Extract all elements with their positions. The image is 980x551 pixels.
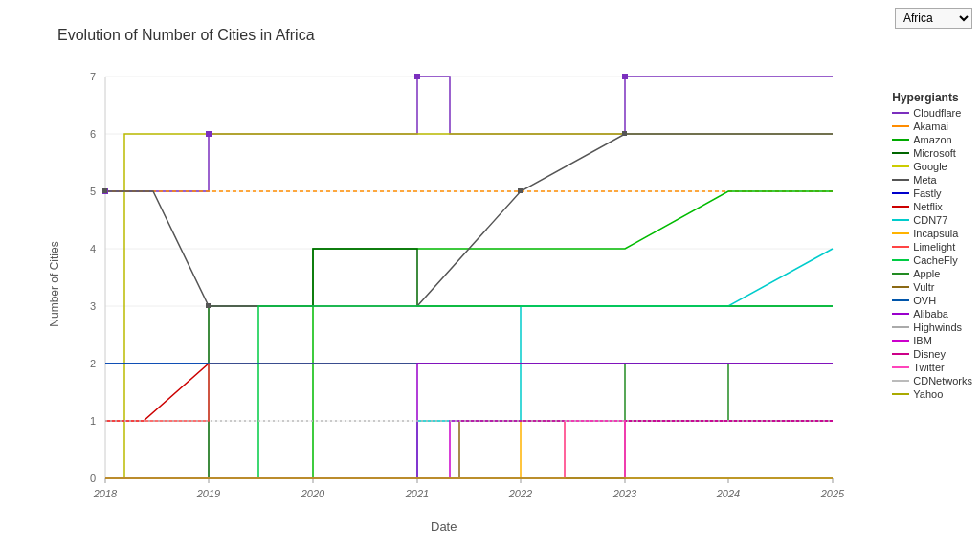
svg-text:2024: 2024: [716, 488, 740, 499]
legend-label-vultr: Vultr: [913, 281, 934, 293]
legend-label-cachefly: CacheFly: [913, 254, 957, 266]
svg-text:7: 7: [90, 71, 96, 82]
legend-color-netflix: [892, 206, 909, 208]
svg-rect-40: [622, 131, 627, 136]
legend-color-yahoo: [892, 393, 909, 395]
legend-color-disney: [892, 353, 909, 355]
legend-color-meta: [892, 179, 909, 181]
legend-color-vultr: [892, 286, 909, 288]
legend-label-alibaba: Alibaba: [913, 308, 948, 320]
legend-item-disney[interactable]: Disney: [892, 348, 972, 360]
svg-text:2018: 2018: [93, 488, 118, 499]
legend-label-cdnetworks: CDNetworks: [913, 375, 972, 386]
legend-item-amazon[interactable]: Amazon: [892, 134, 972, 145]
legend-color-cdn77: [892, 219, 909, 221]
legend-color-ibm: [892, 340, 909, 342]
legend-label-netflix: Netflix: [913, 201, 943, 212]
legend-item-apple[interactable]: Apple: [892, 268, 972, 279]
legend-item-incapsula[interactable]: Incapsula: [892, 228, 972, 239]
chart-title: Evolution of Number of Cities in Africa: [57, 27, 315, 44]
legend-item-ibm[interactable]: IBM: [892, 335, 972, 346]
legend-label-ovh: OVH: [913, 295, 936, 306]
disney-line: [105, 421, 833, 478]
legend-item-akamai[interactable]: Akamai: [892, 121, 972, 132]
legend-label-cloudflare: Cloudflare: [913, 107, 961, 119]
legend-color-limelight: [892, 246, 909, 248]
legend-item-meta[interactable]: Meta: [892, 174, 972, 186]
svg-rect-36: [622, 74, 628, 79]
svg-rect-39: [518, 188, 523, 193]
cachefly-line: [105, 306, 833, 478]
legend-color-alibaba: [892, 313, 909, 315]
legend-item-google[interactable]: Google: [892, 161, 972, 172]
limelight-line: [105, 364, 833, 421]
legend-label-google: Google: [913, 161, 947, 172]
legend-item-cloudflare[interactable]: Cloudflare: [892, 107, 972, 119]
svg-text:1: 1: [90, 415, 96, 427]
svg-text:3: 3: [90, 300, 96, 312]
legend-item-cachefly[interactable]: CacheFly: [892, 254, 972, 266]
svg-rect-37: [102, 188, 107, 193]
legend-color-amazon: [892, 139, 909, 141]
legend-item-highwinds[interactable]: Highwinds: [892, 321, 972, 333]
legend-color-cdnetworks: [892, 380, 909, 382]
svg-text:2019: 2019: [196, 488, 220, 499]
legend-label-akamai: Akamai: [913, 121, 948, 132]
legend-color-highwinds: [892, 326, 909, 328]
legend-item-fastly[interactable]: Fastly: [892, 187, 972, 199]
svg-rect-34: [206, 131, 212, 137]
chart-container: Africa Europe Asia Americas Evolution of…: [0, 0, 980, 551]
legend-item-cdn77[interactable]: CDN77: [892, 214, 972, 226]
svg-text:2020: 2020: [301, 488, 325, 499]
legend-item-vultr[interactable]: Vultr: [892, 281, 972, 293]
dropdown-container[interactable]: Africa Europe Asia Americas: [895, 8, 972, 29]
legend-color-twitter: [892, 366, 909, 368]
meta-line: [105, 134, 833, 306]
svg-text:5: 5: [90, 186, 96, 197]
legend-item-yahoo[interactable]: Yahoo: [892, 388, 972, 400]
legend-label-meta: Meta: [913, 174, 936, 186]
legend-color-fastly: [892, 192, 909, 194]
legend-item-microsoft[interactable]: Microsoft: [892, 147, 972, 159]
legend-color-cloudflare: [892, 112, 909, 114]
svg-text:2025: 2025: [820, 488, 845, 499]
main-chart: .axis-line { stroke: #ccc; stroke-width:…: [48, 57, 871, 517]
legend-item-alibaba[interactable]: Alibaba: [892, 308, 972, 320]
legend-title: Hypergiants: [892, 91, 972, 104]
legend-label-apple: Apple: [913, 268, 940, 279]
legend: Hypergiants CloudflareAkamaiAmazonMicros…: [892, 91, 972, 402]
svg-rect-38: [206, 303, 211, 308]
legend-label-microsoft: Microsoft: [913, 147, 956, 159]
legend-color-incapsula: [892, 232, 909, 234]
vultr-line: [105, 421, 833, 478]
region-dropdown[interactable]: Africa Europe Asia Americas: [895, 8, 972, 29]
legend-label-yahoo: Yahoo: [913, 388, 943, 400]
legend-label-highwinds: Highwinds: [913, 321, 962, 333]
svg-text:4: 4: [90, 243, 96, 254]
x-axis-label: Date: [431, 519, 457, 534]
twitter-line: [105, 421, 833, 478]
svg-text:0: 0: [90, 473, 96, 484]
legend-item-cdnetworks[interactable]: CDNetworks: [892, 375, 972, 386]
legend-color-cachefly: [892, 259, 909, 261]
legend-item-twitter[interactable]: Twitter: [892, 362, 972, 373]
legend-label-limelight: Limelight: [913, 241, 955, 253]
svg-text:2021: 2021: [405, 488, 429, 499]
amazon-line: [105, 191, 833, 478]
legend-color-ovh: [892, 299, 909, 301]
legend-label-disney: Disney: [913, 348, 946, 360]
legend-item-netflix[interactable]: Netflix: [892, 201, 972, 212]
svg-rect-35: [414, 74, 420, 79]
legend-label-cdn77: CDN77: [913, 214, 947, 226]
svg-text:2023: 2023: [612, 488, 637, 499]
svg-text:2: 2: [90, 358, 96, 369]
legend-item-ovh[interactable]: OVH: [892, 295, 972, 306]
legend-item-limelight[interactable]: Limelight: [892, 241, 972, 253]
incapsula-line: [105, 421, 833, 478]
legend-label-incapsula: Incapsula: [913, 228, 958, 239]
legend-color-google: [892, 165, 909, 167]
legend-label-amazon: Amazon: [913, 134, 951, 145]
legend-label-twitter: Twitter: [913, 362, 944, 373]
netflix-line: [105, 364, 833, 421]
highwinds-line: [105, 421, 833, 478]
